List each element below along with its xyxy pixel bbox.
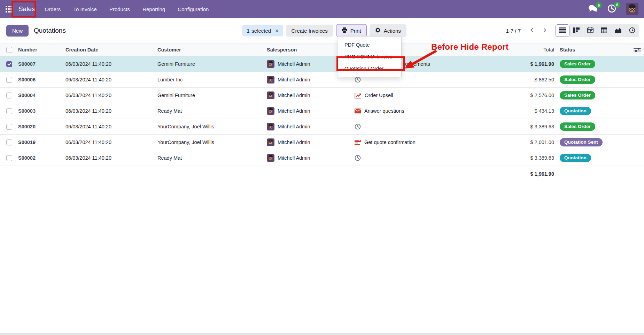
- order-total: $ 434.13: [502, 108, 554, 114]
- print-menu-item-pdf-quote[interactable]: PDF Quote: [338, 39, 401, 51]
- status-badge: Sales Order: [560, 75, 595, 84]
- table-row[interactable]: S00003 06/03/2024 11:40:20 Ready Mat Mit…: [0, 103, 644, 119]
- kanban-view-button[interactable]: [569, 24, 583, 37]
- nav-menu-configuration[interactable]: Configuration: [178, 6, 209, 12]
- salesperson-cell: Mitchell Admin: [264, 91, 352, 99]
- close-icon[interactable]: ×: [275, 28, 278, 33]
- select-all-checkbox[interactable]: [6, 47, 12, 53]
- chevron-left-icon: [530, 28, 534, 33]
- control-panel: New Quotations 1 selected × Create Invoi…: [0, 18, 644, 43]
- status-badge: Quotation: [560, 154, 591, 162]
- list-lines-icon: [355, 140, 361, 145]
- print-button[interactable]: Print: [336, 24, 367, 37]
- salesperson-name: Mitchell Admin: [278, 124, 310, 129]
- actions-button[interactable]: Actions: [370, 24, 406, 37]
- list-view-button[interactable]: [556, 24, 569, 37]
- salesperson-name: Mitchell Admin: [278, 139, 310, 145]
- clock-icon: [355, 155, 361, 161]
- salesperson-name: Mitchell Admin: [278, 77, 310, 82]
- sum-total: $ 1,961.90: [502, 171, 554, 177]
- graph-view-button[interactable]: [611, 24, 625, 37]
- activity-label: quirements: [405, 61, 430, 67]
- chevron-right-icon: [542, 28, 547, 33]
- user-avatar[interactable]: [626, 3, 638, 15]
- column-sliders-icon[interactable]: [627, 47, 644, 53]
- activity-cell[interactable]: Get quote confirmation: [352, 139, 502, 145]
- activity-view-icon: [629, 27, 635, 34]
- salesperson-name: Mitchell Admin: [278, 108, 310, 114]
- table-row[interactable]: S00002 06/03/2024 11:40:20 Ready Mat Mit…: [0, 150, 644, 166]
- salesperson-cell: Mitchell Admin: [264, 107, 352, 115]
- row-checkbox[interactable]: [6, 61, 12, 67]
- salesperson-avatar: [267, 91, 274, 99]
- row-checkbox[interactable]: [6, 139, 12, 145]
- salesperson-avatar: [267, 154, 274, 162]
- customer-name: YourCompany, Joel Willis: [155, 139, 264, 145]
- activity-cell[interactable]: [352, 77, 502, 83]
- app-name-sales[interactable]: Sales: [18, 5, 35, 13]
- table-header-row: Number Creation Date Customer Salesperso…: [0, 43, 644, 56]
- list-view-icon: [559, 27, 566, 34]
- table-row[interactable]: S00006 06/03/2024 11:40:20 Lumber Inc Mi…: [0, 72, 644, 88]
- activity-label: Answer questions: [364, 108, 404, 114]
- create-invoices-button[interactable]: Create Invoices: [286, 25, 333, 37]
- nav-menu-to-invoice[interactable]: To Invoice: [73, 6, 97, 12]
- activity-cell[interactable]: [352, 123, 502, 130]
- row-checkbox[interactable]: [6, 108, 12, 114]
- salesperson-avatar: [267, 123, 274, 130]
- apps-menu-icon[interactable]: [6, 6, 12, 13]
- customer-name: Ready Mat: [155, 108, 264, 114]
- header-total[interactable]: Total: [502, 47, 554, 53]
- table-row[interactable]: S00004 06/03/2024 11:40:20 Gemini Furnit…: [0, 88, 644, 103]
- activity-cell[interactable]: Order Upsell: [352, 93, 502, 98]
- header-number[interactable]: Number: [15, 47, 63, 53]
- header-creation-date[interactable]: Creation Date: [63, 47, 155, 53]
- clock-icon: [355, 123, 361, 130]
- activity-cell[interactable]: [352, 155, 502, 161]
- activities-button[interactable]: 8: [607, 4, 616, 14]
- top-navbar: Sales OrdersTo InvoiceProductsReportingC…: [0, 0, 644, 18]
- order-number: S00004: [15, 93, 63, 98]
- table-row[interactable]: S00020 06/03/2024 11:40:20 YourCompany, …: [0, 119, 644, 135]
- print-menu-item-quotation-order[interactable]: Quotation / Order: [338, 63, 401, 74]
- row-checkbox[interactable]: [6, 93, 12, 98]
- table-row[interactable]: S00019 06/03/2024 11:40:20 YourCompany, …: [0, 135, 644, 150]
- print-menu-item-pro-forma-invoice[interactable]: PRO-FORMA Invoice: [338, 51, 401, 63]
- activity-view-button[interactable]: [625, 24, 639, 37]
- nav-menu-reporting[interactable]: Reporting: [142, 6, 165, 12]
- creation-date: 06/03/2024 11:40:20: [63, 155, 155, 161]
- pivot-view-button[interactable]: [597, 24, 611, 37]
- pager-counter: 1-7 / 7: [506, 28, 521, 34]
- salesperson-avatar: [267, 60, 274, 68]
- customer-name: Gemini Furniture: [155, 61, 264, 67]
- printer-icon: [342, 27, 347, 34]
- order-number: S00007: [15, 61, 63, 67]
- creation-date: 06/03/2024 11:40:20: [63, 77, 155, 82]
- clock-icon: [355, 77, 361, 83]
- nav-menu-products[interactable]: Products: [109, 6, 130, 12]
- activity-cell[interactable]: Answer questions: [352, 108, 502, 114]
- gear-icon: [375, 27, 381, 34]
- pager-and-views: 1-7 / 7: [506, 24, 639, 37]
- table-body: S00007 06/03/2024 11:40:20 Gemini Furnit…: [0, 56, 644, 166]
- nav-menu-orders[interactable]: Orders: [45, 6, 61, 12]
- kanban-view-icon: [573, 27, 580, 34]
- row-checkbox[interactable]: [6, 77, 12, 83]
- header-customer[interactable]: Customer: [155, 47, 264, 53]
- new-button[interactable]: New: [6, 25, 29, 37]
- row-checkbox[interactable]: [6, 155, 12, 161]
- messages-count-badge: 6: [596, 2, 602, 8]
- window-bottom-edge: [0, 333, 644, 335]
- pager-previous-button[interactable]: [526, 25, 538, 37]
- messages-button[interactable]: 6: [588, 5, 598, 14]
- table-row[interactable]: S00007 06/03/2024 11:40:20 Gemini Furnit…: [0, 56, 644, 72]
- pager-next-button[interactable]: [538, 25, 551, 37]
- header-status[interactable]: Status: [554, 47, 627, 53]
- selection-toolbar: 1 selected × Create Invoices Print Actio…: [242, 24, 406, 37]
- order-total: $ 862.50: [502, 77, 554, 82]
- creation-date: 06/03/2024 11:40:20: [63, 61, 155, 67]
- creation-date: 06/03/2024 11:40:20: [63, 124, 155, 129]
- row-checkbox[interactable]: [6, 124, 12, 130]
- status-badge: Quotation Sent: [560, 138, 603, 147]
- calendar-view-button[interactable]: [583, 24, 597, 37]
